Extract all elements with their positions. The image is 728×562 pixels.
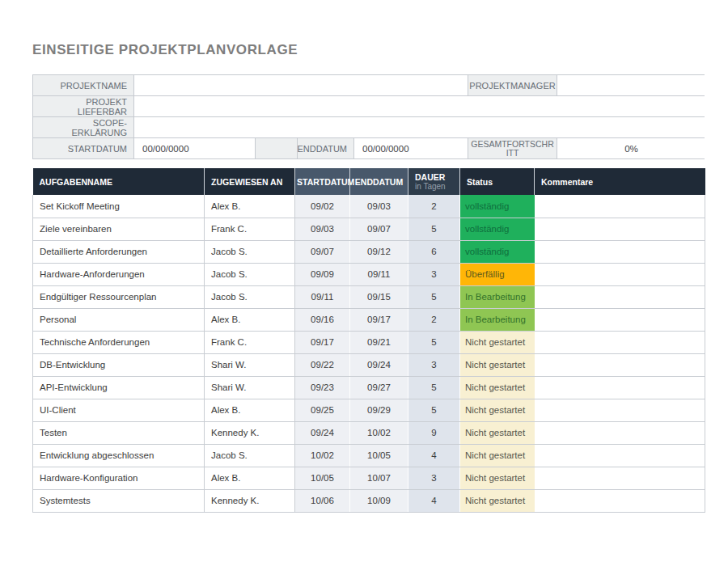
end-date-cell[interactable]: 10/07 xyxy=(350,467,408,489)
start-date-cell[interactable]: 09/07 xyxy=(295,240,350,263)
gesamtfortschritt-field[interactable]: 0% xyxy=(557,138,705,158)
comment-cell[interactable] xyxy=(535,285,705,308)
duration-cell[interactable]: 3 xyxy=(408,467,460,489)
status-cell[interactable]: Nicht gestartet xyxy=(460,376,535,399)
status-cell[interactable]: Überfällig xyxy=(460,263,535,285)
task-cell[interactable]: API-Entwicklung xyxy=(33,376,205,399)
comment-cell[interactable] xyxy=(535,376,705,399)
task-cell[interactable]: Technische Anforderungen xyxy=(33,331,205,353)
end-date-cell[interactable]: 09/29 xyxy=(350,399,408,421)
duration-cell[interactable]: 4 xyxy=(408,444,460,467)
assignee-cell[interactable]: Alex B. xyxy=(205,195,295,218)
end-date-cell[interactable]: 09/07 xyxy=(350,218,408,240)
task-cell[interactable]: Detaillierte Anforderungen xyxy=(33,240,205,263)
start-date-cell[interactable]: 09/22 xyxy=(295,353,350,376)
assignee-cell[interactable]: Jacob S. xyxy=(205,263,295,285)
assignee-cell[interactable]: Frank C. xyxy=(205,331,295,353)
status-cell[interactable]: vollständig xyxy=(460,195,535,218)
assignee-cell[interactable]: Jacob S. xyxy=(205,240,295,263)
duration-cell[interactable]: 5 xyxy=(408,331,460,353)
task-cell[interactable]: DB-Entwicklung xyxy=(33,353,205,376)
status-cell[interactable]: In Bearbeitung xyxy=(460,285,535,308)
start-date-cell[interactable]: 10/05 xyxy=(295,467,350,489)
end-date-cell[interactable]: 09/21 xyxy=(350,331,408,353)
start-date-cell[interactable]: 09/25 xyxy=(295,399,350,421)
assignee-cell[interactable]: Kennedy K. xyxy=(205,489,295,512)
duration-cell[interactable]: 2 xyxy=(408,308,460,331)
end-date-cell[interactable]: 09/24 xyxy=(350,353,408,376)
comment-cell[interactable] xyxy=(535,263,705,285)
comment-cell[interactable] xyxy=(535,331,705,353)
assignee-cell[interactable]: Shari W. xyxy=(205,353,295,376)
start-date-cell[interactable]: 09/24 xyxy=(295,421,350,444)
duration-cell[interactable]: 3 xyxy=(408,353,460,376)
start-date-cell[interactable]: 10/06 xyxy=(295,489,350,512)
end-date-cell[interactable]: 10/09 xyxy=(350,489,408,512)
end-date-cell[interactable]: 09/11 xyxy=(350,263,408,285)
status-cell[interactable]: Nicht gestartet xyxy=(460,489,535,512)
assignee-cell[interactable]: Alex B. xyxy=(205,467,295,489)
duration-cell[interactable]: 3 xyxy=(408,263,460,285)
comment-cell[interactable] xyxy=(535,218,705,240)
assignee-cell[interactable]: Shari W. xyxy=(205,376,295,399)
status-cell[interactable]: Nicht gestartet xyxy=(460,467,535,489)
status-cell[interactable]: vollständig xyxy=(460,240,535,263)
duration-cell[interactable]: 5 xyxy=(408,218,460,240)
start-date-cell[interactable]: 09/03 xyxy=(295,218,350,240)
duration-cell[interactable]: 2 xyxy=(408,195,460,218)
start-date-cell[interactable]: 09/02 xyxy=(295,195,350,218)
assignee-cell[interactable]: Alex B. xyxy=(205,308,295,331)
assignee-cell[interactable]: Jacob S. xyxy=(205,285,295,308)
projekt-lieferbar-field[interactable] xyxy=(134,96,705,116)
task-cell[interactable]: Hardware-Anforderungen xyxy=(33,263,205,285)
duration-cell[interactable]: 5 xyxy=(408,376,460,399)
end-date-cell[interactable]: 09/27 xyxy=(350,376,408,399)
comment-cell[interactable] xyxy=(535,444,705,467)
end-date-cell[interactable]: 09/17 xyxy=(350,308,408,331)
task-cell[interactable]: Set Kickoff Meeting xyxy=(33,195,205,218)
start-date-cell[interactable]: 09/16 xyxy=(295,308,350,331)
task-cell[interactable]: Hardware-Konfiguration xyxy=(33,467,205,489)
duration-cell[interactable]: 5 xyxy=(408,399,460,421)
assignee-cell[interactable]: Kennedy K. xyxy=(205,421,295,444)
start-date-cell[interactable]: 09/17 xyxy=(295,331,350,353)
projektmanager-field[interactable] xyxy=(557,75,705,95)
comment-cell[interactable] xyxy=(535,353,705,376)
start-date-cell[interactable]: 09/11 xyxy=(295,285,350,308)
comment-cell[interactable] xyxy=(535,421,705,444)
start-date-cell[interactable]: 09/23 xyxy=(295,376,350,399)
comment-cell[interactable] xyxy=(535,399,705,421)
status-cell[interactable]: Nicht gestartet xyxy=(460,353,535,376)
status-cell[interactable]: Nicht gestartet xyxy=(460,421,535,444)
task-cell[interactable]: Personal xyxy=(33,308,205,331)
assignee-cell[interactable]: Frank C. xyxy=(205,218,295,240)
end-date-cell[interactable]: 10/02 xyxy=(350,421,408,444)
task-cell[interactable]: Testen xyxy=(33,421,205,444)
duration-cell[interactable]: 9 xyxy=(408,421,460,444)
startdatum-field[interactable]: 00/00/0000 xyxy=(134,138,256,158)
status-cell[interactable]: Nicht gestartet xyxy=(460,399,535,421)
status-cell[interactable]: Nicht gestartet xyxy=(460,444,535,467)
comment-cell[interactable] xyxy=(535,489,705,512)
task-cell[interactable]: Endgültiger Ressourcenplan xyxy=(33,285,205,308)
enddatum-field[interactable]: 00/00/0000 xyxy=(354,138,468,158)
assignee-cell[interactable]: Alex B. xyxy=(205,399,295,421)
start-date-cell[interactable]: 09/09 xyxy=(295,263,350,285)
scope-erklaerung-field[interactable] xyxy=(134,117,705,137)
status-cell[interactable]: Nicht gestartet xyxy=(460,331,535,353)
start-date-cell[interactable]: 10/02 xyxy=(295,444,350,467)
status-cell[interactable]: In Bearbeitung xyxy=(460,308,535,331)
end-date-cell[interactable]: 09/12 xyxy=(350,240,408,263)
comment-cell[interactable] xyxy=(535,195,705,218)
task-cell[interactable]: Systemtests xyxy=(33,489,205,512)
duration-cell[interactable]: 5 xyxy=(408,285,460,308)
task-cell[interactable]: Ziele vereinbaren xyxy=(33,218,205,240)
status-cell[interactable]: vollständig xyxy=(460,218,535,240)
comment-cell[interactable] xyxy=(535,240,705,263)
duration-cell[interactable]: 4 xyxy=(408,489,460,512)
assignee-cell[interactable]: Jacob S. xyxy=(205,444,295,467)
projektname-field[interactable] xyxy=(134,75,468,95)
end-date-cell[interactable]: 09/15 xyxy=(350,285,408,308)
comment-cell[interactable] xyxy=(535,308,705,331)
comment-cell[interactable] xyxy=(535,467,705,489)
